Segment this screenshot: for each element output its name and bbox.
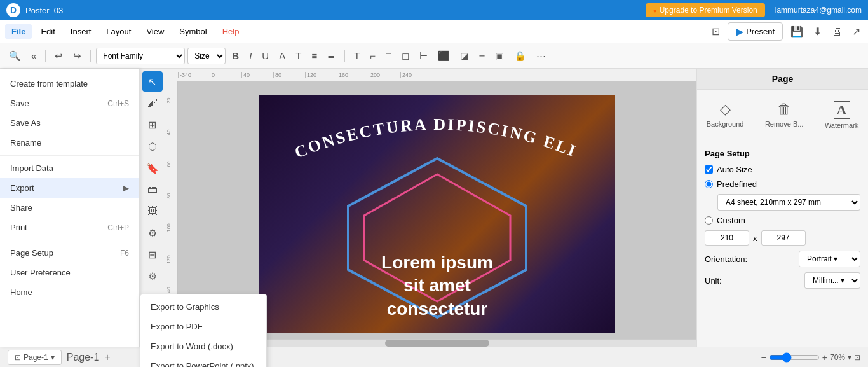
hierarchy-tool[interactable]: ⚙ <box>142 223 163 243</box>
zoom-dropdown[interactable]: ▾ <box>848 353 851 362</box>
width-input[interactable] <box>705 230 749 246</box>
menu-symbol[interactable]: Symbol <box>173 24 213 39</box>
background-label: Background <box>707 120 744 128</box>
settings-tool[interactable]: ⚙ <box>142 266 163 286</box>
menu-help[interactable]: Help <box>216 24 246 39</box>
orientation-label: Orientation: <box>705 254 747 264</box>
font-family-select[interactable]: Font Family <box>96 48 185 64</box>
page-tab[interactable]: ⊡ Page-1 ▾ <box>8 350 62 365</box>
right-panel: Page ◇ Background 🗑 Remove B... A Waterm… <box>696 69 868 347</box>
font-size-select[interactable]: Size <box>187 48 226 64</box>
custom-radio[interactable] <box>705 216 713 225</box>
align-left-btn[interactable]: ≡ <box>308 48 321 64</box>
redo-btn[interactable]: ↪ <box>69 48 85 64</box>
menu-right-icons: ⊡ ▶ Present 💾 ⬇ 🖨 ↗ <box>709 22 863 41</box>
remove-bg-label: Remove B... <box>765 120 804 128</box>
search-btn[interactable]: 🔍 <box>5 48 25 64</box>
menu-share[interactable]: Share <box>0 198 139 218</box>
bring-front-btn[interactable]: ⬛ <box>434 48 454 64</box>
svg-text:80: 80 <box>166 193 172 198</box>
menu-edit[interactable]: Edit <box>34 24 61 39</box>
watermark-tool-btn[interactable]: A Watermark <box>817 96 866 134</box>
remove-bg-icon: 🗑 <box>777 101 791 118</box>
fit-screen-btn[interactable]: ⊡ <box>854 353 860 362</box>
menu-user-preference[interactable]: User Preference <box>0 263 139 282</box>
bookmark-tool[interactable]: 🔖 <box>142 158 163 178</box>
menu-bar: File Edit Insert Layout View Symbol Help… <box>0 20 868 43</box>
svg-text:100: 100 <box>166 223 172 232</box>
menu-print[interactable]: Print Ctrl+P <box>0 218 139 237</box>
image-tool[interactable]: 🖼 <box>142 201 163 221</box>
zoom-slider[interactable] <box>769 352 820 363</box>
table-tool[interactable]: ⊟ <box>142 244 163 265</box>
predefined-select[interactable]: A4 sheet, 210mm x 297 mm <box>717 194 860 211</box>
menu-save-as[interactable]: Save As <box>0 113 139 133</box>
menu-home[interactable]: Home <box>0 282 139 302</box>
shape-btn[interactable]: □ <box>382 48 395 64</box>
menu-save[interactable]: Save Ctrl+S <box>0 93 139 113</box>
export-pdf[interactable]: Export to PDF <box>140 317 266 336</box>
grid-tool[interactable]: ⊞ <box>142 114 163 135</box>
cursor-tool[interactable]: ↖ <box>142 71 163 92</box>
align-obj-btn[interactable]: ⊢ <box>416 48 431 64</box>
panel-title: Page <box>697 69 868 90</box>
save-icon[interactable]: 💾 <box>788 23 806 40</box>
user-email: iammurtaza4@gmail.com <box>775 6 862 15</box>
collapse-btn[interactable]: « <box>27 48 40 64</box>
lock-btn[interactable]: 🔒 <box>510 48 530 64</box>
poster[interactable]: CONSECTURA DIPISCING ELIT Lorem ipsum si… <box>259 95 615 333</box>
background-tool-btn[interactable]: ◇ Background <box>699 96 752 134</box>
share-icon[interactable]: ↗ <box>850 23 863 40</box>
menu-rename[interactable]: Rename <box>0 133 139 153</box>
unit-select[interactable]: Millim... ▾ Inches Pixels <box>804 272 860 289</box>
export-word[interactable]: Export to Word (.docx) <box>140 336 266 356</box>
border-btn[interactable]: ▣ <box>491 48 508 64</box>
text-box-btn[interactable]: T <box>350 48 363 64</box>
menu-view[interactable]: View <box>140 24 170 39</box>
database-tool[interactable]: 🗃 <box>142 179 163 200</box>
print-icon[interactable]: 🖨 <box>829 24 844 40</box>
underline-btn[interactable]: U <box>258 48 273 64</box>
custom-row-check: Custom <box>705 216 860 225</box>
upgrade-button[interactable]: Upgrade to Premium Version <box>646 3 765 17</box>
orientation-select[interactable]: Portrait ▾ Landscape <box>799 251 860 267</box>
export-graphics[interactable]: Export to Graphics <box>140 297 266 317</box>
line-btn[interactable]: ╌ <box>475 48 489 64</box>
height-input[interactable] <box>761 230 806 246</box>
page-tab-dropdown: ▾ <box>51 353 55 362</box>
remove-bg-tool-btn[interactable]: 🗑 Remove B... <box>757 96 811 134</box>
layers-tool[interactable]: ⬡ <box>142 136 163 156</box>
fill-btn[interactable]: ◪ <box>456 48 473 64</box>
font-color-btn[interactable]: A <box>275 48 289 64</box>
undo-btn[interactable]: ↩ <box>51 48 67 64</box>
background-icon: ◇ <box>720 101 731 118</box>
zoom-in-btn[interactable]: + <box>822 352 827 363</box>
fullscreen-icon[interactable]: ⊡ <box>709 23 722 40</box>
auto-size-checkbox[interactable] <box>705 165 713 174</box>
add-page-btn[interactable]: + <box>104 352 110 363</box>
menu-export[interactable]: Export ▶ <box>0 178 139 198</box>
bold-btn[interactable]: B <box>228 48 243 64</box>
menu-insert[interactable]: Insert <box>64 24 98 39</box>
sep3 <box>344 50 345 62</box>
predefined-radio[interactable] <box>705 180 713 188</box>
more-btn[interactable]: ⋯ <box>532 48 550 64</box>
zoom-controls: − + 70% ▾ ⊡ <box>761 352 860 363</box>
download-icon[interactable]: ⬇ <box>811 23 824 40</box>
present-button[interactable]: ▶ Present <box>728 22 783 41</box>
paint-tool[interactable]: 🖌 <box>142 93 163 113</box>
callout-btn[interactable]: ◻ <box>398 48 413 64</box>
text-style-btn[interactable]: T <box>292 48 305 64</box>
connector-btn[interactable]: ⌐ <box>366 48 379 64</box>
export-pptx[interactable]: Export to PowerPoint (.pptx) <box>140 356 266 367</box>
menu-create-template[interactable]: Create from template <box>0 74 139 93</box>
menu-page-setup[interactable]: Page Setup F6 <box>0 243 139 263</box>
app-logo: D <box>6 3 20 17</box>
export-submenu: Export to Graphics Export to PDF Export … <box>140 294 267 367</box>
italic-btn[interactable]: I <box>245 48 255 64</box>
menu-file[interactable]: File <box>5 24 32 39</box>
menu-import-data[interactable]: Import Data <box>0 158 139 178</box>
align-justify-btn[interactable]: ≣ <box>323 48 339 64</box>
zoom-out-btn[interactable]: − <box>761 352 766 363</box>
menu-layout[interactable]: Layout <box>100 24 137 39</box>
